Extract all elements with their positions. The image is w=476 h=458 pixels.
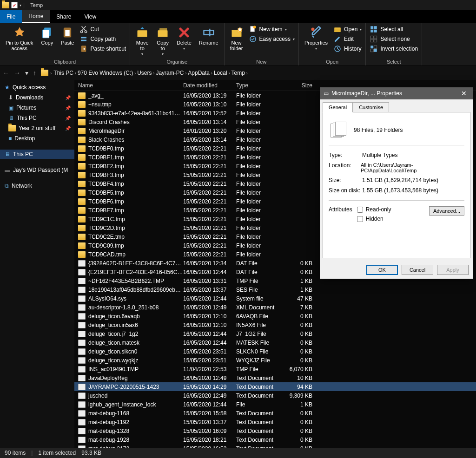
file-name: deluge_ticon.6avaqb	[88, 313, 140, 320]
apply-button[interactable]: Apply	[437, 265, 469, 275]
invert-selection-button[interactable]: Invert selection	[370, 45, 418, 53]
menu-file[interactable]: File	[0, 10, 22, 23]
nav-up-button[interactable]: ↑	[33, 69, 36, 77]
copy-button[interactable]: Copy	[39, 25, 55, 46]
file-row[interactable]: mat-debug-116815/05/2020 15:58Text Docum…	[74, 409, 476, 418]
close-button[interactable]: ✕	[458, 90, 469, 97]
nav-back-button[interactable]: ←	[3, 69, 9, 77]
new-folder-button[interactable]: ★New folder	[228, 25, 245, 52]
copy-to-button[interactable]: Copy to▾	[154, 25, 171, 57]
file-row[interactable]: au-descriptor-1.8.0_251-b0816/05/2020 12…	[74, 303, 476, 312]
file-row[interactable]: jusched16/05/2020 12:49Text Document9,30…	[74, 391, 476, 400]
breadcrumb-segment[interactable]: AppData	[188, 70, 210, 76]
sidebar-quick-access[interactable]: ★Quick access	[0, 83, 74, 92]
menu-share[interactable]: Share	[50, 10, 78, 23]
file-row[interactable]: lghub_agent_instance_lock16/05/2020 12:4…	[74, 400, 476, 409]
copy-path-button[interactable]: Copy path	[79, 35, 126, 43]
sidebar-network[interactable]: ⧉Network	[0, 181, 74, 190]
tab-general[interactable]: General	[323, 102, 353, 112]
cut-button[interactable]: Cut	[79, 25, 126, 33]
sidebar-year2[interactable]: Year 2 uni stuff📌	[0, 124, 74, 133]
properties-button[interactable]: Properties▾	[303, 25, 330, 52]
file-row[interactable]: JAYRAMPC-20200515-142315/05/2020 14:29Te…	[74, 382, 476, 391]
readonly-checkbox[interactable]: Read-only	[357, 206, 391, 213]
select-all-button[interactable]: Select all	[370, 25, 418, 33]
file-row[interactable]: deluge_ticon.in5ax616/05/2020 12:10IN5AX…	[74, 321, 476, 329]
file-row[interactable]: mat-debug-119215/05/2020 13:37Text Docum…	[74, 418, 476, 426]
cancel-button[interactable]: Cancel	[402, 265, 433, 275]
history-button[interactable]: History	[333, 45, 362, 53]
pin-quick-access-button[interactable]: Pin to Quick access	[4, 25, 35, 52]
file-row[interactable]: 18e190413af045db88dfbd29609eb877.db...16…	[74, 285, 476, 294]
nav-forward-button[interactable]: →	[14, 69, 20, 77]
rename-button[interactable]: Rename	[197, 25, 220, 46]
sidebar-desktop[interactable]: ■Desktop	[0, 134, 74, 143]
file-type: File folder	[236, 198, 285, 205]
folder-icon	[78, 163, 86, 170]
open-button[interactable]: Open▾	[333, 25, 362, 33]
file-row[interactable]: deluge_ticon.matesk16/05/2020 12:44MATES…	[74, 338, 476, 347]
sidebar-pictures[interactable]: ▣Pictures📌	[0, 103, 74, 112]
svg-rect-9	[138, 30, 147, 37]
breadcrumb-segment[interactable]: Users	[137, 70, 152, 76]
svg-point-4	[81, 31, 83, 33]
file-size: 0 KB	[285, 269, 316, 275]
hidden-checkbox[interactable]: Hidden	[357, 216, 391, 222]
file-row[interactable]: JavaDeployReg16/05/2020 12:49Text Docume…	[74, 373, 476, 382]
breadcrumb-segment[interactable]: Temp	[231, 70, 245, 76]
easy-access-button[interactable]: Easy access▾	[249, 35, 295, 43]
breadcrumb-segment[interactable]: 970 Evo Windows (C:)	[78, 70, 133, 76]
file-row[interactable]: deluge_ticon.6avaqb16/05/2020 12:106AVAQ…	[74, 312, 476, 321]
menu-home[interactable]: Home	[22, 10, 50, 23]
file-row[interactable]: deluge_ticon.slkcn015/05/2020 23:51SLKCN…	[74, 347, 476, 356]
svg-point-19	[250, 36, 256, 42]
file-date: 16/05/2020 13:14	[183, 137, 236, 143]
nav-bar: ← → ▾ ↑ › This PC › 970 Evo Windows (C:)…	[0, 66, 476, 80]
sidebar-this-pc-quick[interactable]: 🖥This PC📌	[0, 113, 74, 123]
address-bar[interactable]: › This PC › 970 Evo Windows (C:) › Users…	[39, 67, 473, 79]
tab-customise[interactable]: Customise	[353, 102, 389, 112]
edit-button[interactable]: Edit	[333, 35, 362, 43]
sidebar-this-pc[interactable]: 🖥This PC	[0, 150, 74, 159]
col-header-name[interactable]: Name	[74, 82, 183, 89]
sidebar-jays-drive[interactable]: ▬Jay's WD Passport (M	[0, 165, 74, 175]
open-icon	[333, 25, 342, 33]
move-to-button[interactable]: Move to▾	[134, 25, 151, 57]
file-icon	[78, 340, 86, 346]
file-row[interactable]: deluge_ticon.wyqkjz15/05/2020 23:51WYQKJ…	[74, 356, 476, 365]
menu-view[interactable]: View	[78, 10, 103, 23]
qat-checkbox-icon[interactable]: ✓	[11, 2, 18, 8]
file-row[interactable]: ALSysIO64.sys16/05/2020 12:44System file…	[74, 294, 476, 303]
sidebar-downloads[interactable]: ⬇Downloads📌	[0, 93, 74, 102]
qat-dropdown-icon[interactable]: ▾	[20, 3, 21, 7]
breadcrumb-segment[interactable]: This PC	[53, 70, 73, 76]
properties-title-bar[interactable]: ▭ MicroImageDir, ... Properties ✕	[320, 87, 473, 99]
file-row[interactable]: deluge_ticon.j7_1g216/05/2020 12:44J7_1G…	[74, 329, 476, 338]
file-row[interactable]: INS_ac019490.TMP11/04/2020 22:53TMP File…	[74, 365, 476, 373]
select-none-button[interactable]: Select none	[370, 35, 418, 43]
folder-icon	[78, 119, 86, 125]
file-date: 16/05/2020 13:19	[183, 92, 236, 99]
new-item-button[interactable]: New item▾	[249, 25, 295, 33]
pin-icon	[13, 26, 26, 39]
file-type: File folder	[236, 137, 285, 143]
paste-shortcut-button[interactable]: Paste shortcut	[79, 45, 126, 53]
col-header-size[interactable]: Size	[285, 82, 316, 89]
col-header-date[interactable]: Date modified	[183, 82, 236, 89]
file-date: 15/05/2020 22:21	[183, 242, 236, 249]
advanced-button[interactable]: Advanced...	[429, 206, 464, 216]
breadcrumb-segment[interactable]: Local	[214, 70, 227, 76]
file-date: 16/05/2020 12:10	[183, 322, 236, 328]
delete-button[interactable]: Delete▾	[175, 25, 193, 52]
col-header-type[interactable]: Type	[236, 82, 285, 89]
nav-recent-button[interactable]: ▾	[25, 69, 28, 77]
file-row[interactable]: mat-debug-192815/05/2020 18:21Text Docum…	[74, 435, 476, 444]
properties-icon	[310, 26, 323, 39]
breadcrumb-segment[interactable]: Jayram-PC	[156, 70, 184, 76]
file-row[interactable]: mat-debug-132815/05/2020 16:09Text Docum…	[74, 426, 476, 435]
file-size: 0 KB	[285, 419, 316, 425]
file-name: 18e190413af045db88dfbd29609eb877.db...	[88, 287, 183, 293]
ok-button[interactable]: OK	[366, 265, 398, 275]
file-name: JAYRAMPC-20200515-1423	[88, 384, 159, 390]
paste-button[interactable]: Paste	[59, 25, 76, 46]
